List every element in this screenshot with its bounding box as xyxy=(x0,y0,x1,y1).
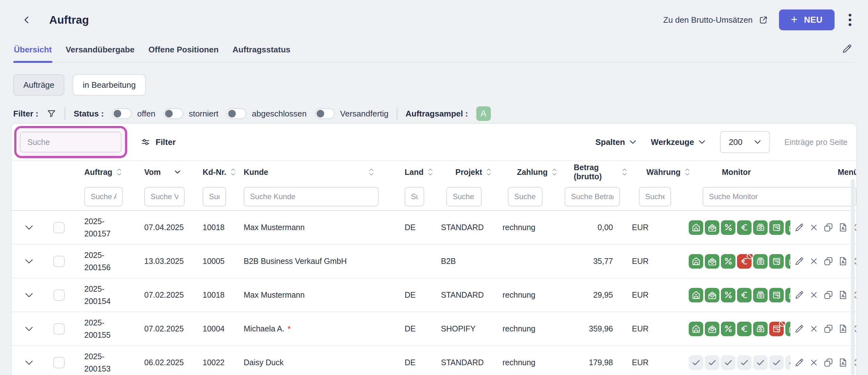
euro-monitor-icon[interactable] xyxy=(737,322,751,336)
pdf-icon[interactable] xyxy=(838,256,848,267)
col-header-kunde[interactable]: Kunde xyxy=(237,167,389,177)
edit-icon[interactable] xyxy=(794,256,805,267)
box-monitor-icon[interactable] xyxy=(769,322,784,336)
auftragsampel-badge[interactable]: A xyxy=(476,106,491,121)
mail-monitor-icon[interactable] xyxy=(705,220,719,235)
row-checkbox[interactable] xyxy=(53,222,65,233)
cancel-icon[interactable] xyxy=(809,323,819,334)
col-header-projekt[interactable]: Projekt xyxy=(433,167,500,177)
check-monitor-icon[interactable] xyxy=(737,355,751,370)
edit-icon[interactable] xyxy=(794,323,805,334)
duplicate-icon[interactable] xyxy=(823,357,834,368)
filter-auftrag-input[interactable] xyxy=(84,187,123,207)
row-expand-chevron-icon[interactable] xyxy=(25,326,33,332)
row-checkbox[interactable] xyxy=(53,357,65,368)
box-monitor-icon[interactable] xyxy=(769,288,784,303)
mail-monitor-icon[interactable] xyxy=(705,254,719,269)
house-monitor-icon[interactable] xyxy=(785,254,790,269)
check-monitor-icon[interactable] xyxy=(721,355,736,370)
percent-monitor-icon[interactable] xyxy=(721,288,736,303)
house-monitor-icon[interactable] xyxy=(785,288,790,303)
check-monitor-icon[interactable] xyxy=(705,355,719,370)
duplicate-icon[interactable] xyxy=(823,256,834,267)
check-monitor-icon[interactable] xyxy=(769,355,784,370)
house-monitor-icon[interactable] xyxy=(689,254,703,269)
cash-monitor-icon[interactable] xyxy=(753,288,768,303)
tab-uebersicht[interactable]: Übersicht xyxy=(13,43,52,62)
row-expand-chevron-icon[interactable] xyxy=(25,225,33,230)
col-header-waehrung[interactable]: Währung xyxy=(627,167,690,177)
mail-monitor-icon[interactable] xyxy=(705,288,719,303)
check-monitor-icon[interactable] xyxy=(785,355,790,370)
tab-offene-positionen[interactable]: Offene Positionen xyxy=(148,43,219,62)
sort-icon[interactable] xyxy=(368,167,374,177)
edit-icon[interactable] xyxy=(794,290,805,300)
pdf-icon[interactable] xyxy=(838,290,848,300)
sort-icon[interactable] xyxy=(116,167,122,177)
percent-monitor-icon[interactable] xyxy=(721,220,736,235)
row-checkbox[interactable] xyxy=(53,289,65,301)
cancel-icon[interactable] xyxy=(809,290,819,300)
cancel-icon[interactable] xyxy=(809,256,819,267)
toggle-offen[interactable] xyxy=(112,108,132,119)
percent-monitor-icon[interactable] xyxy=(721,322,736,336)
col-header-kdnr[interactable]: Kd-Nr. xyxy=(196,167,237,177)
cancel-icon[interactable] xyxy=(809,222,819,232)
col-header-betrag[interactable]: Betrag (brutto) xyxy=(563,163,627,181)
toggle-versandfertig[interactable] xyxy=(315,108,335,119)
percent-monitor-icon[interactable] xyxy=(721,254,736,269)
row-checkbox[interactable] xyxy=(53,323,65,335)
col-header-vom[interactable]: Vom xyxy=(135,167,196,177)
sort-icon[interactable] xyxy=(621,167,627,177)
house-monitor-icon[interactable] xyxy=(689,288,703,303)
sort-icon[interactable] xyxy=(684,167,690,177)
filter-kdnr-input[interactable] xyxy=(203,187,226,207)
chip-auftraege[interactable]: Aufträge xyxy=(13,74,64,96)
chip-in-bearbeitung[interactable]: in Bearbeitung xyxy=(72,74,146,96)
cash-monitor-icon[interactable] xyxy=(753,220,768,235)
filter-monitor-input[interactable] xyxy=(703,187,856,207)
filter-kunde-input[interactable] xyxy=(244,187,379,207)
sort-desc-icon[interactable] xyxy=(174,170,181,175)
mail-monitor-icon[interactable] xyxy=(705,322,719,336)
werkzeuge-dropdown[interactable]: Werkzeuge xyxy=(651,137,706,147)
spalten-dropdown[interactable]: Spalten xyxy=(595,137,636,147)
cash-monitor-icon[interactable] xyxy=(753,322,768,336)
sort-icon[interactable] xyxy=(427,167,433,177)
toggle-abgeschlossen[interactable] xyxy=(227,108,246,119)
cash-monitor-icon[interactable] xyxy=(753,254,768,269)
filter-projekt-input[interactable] xyxy=(446,187,482,207)
col-header-land[interactable]: Land xyxy=(389,167,433,177)
row-checkbox[interactable] xyxy=(53,256,65,267)
row-expand-chevron-icon[interactable] xyxy=(25,292,33,298)
sort-icon[interactable] xyxy=(551,167,557,177)
cancel-icon[interactable] xyxy=(809,357,819,368)
col-header-auftrag[interactable]: Auftrag xyxy=(73,167,135,177)
vertical-scrollbar[interactable] xyxy=(851,179,855,375)
row-expand-chevron-icon[interactable] xyxy=(25,360,33,365)
edit-icon[interactable] xyxy=(794,357,805,368)
pdf-icon[interactable] xyxy=(838,357,848,368)
filter-vom-input[interactable] xyxy=(144,187,185,207)
filter-betrag-input[interactable] xyxy=(565,187,620,207)
brutto-umsaetze-link[interactable]: Zu den Brutto-Umsätzen xyxy=(663,15,768,25)
edit-pencil-icon[interactable] xyxy=(841,43,853,54)
box-monitor-icon[interactable] xyxy=(769,220,784,235)
search-input[interactable] xyxy=(20,132,122,153)
back-button[interactable] xyxy=(20,13,33,27)
neu-button[interactable]: + NEU xyxy=(779,9,835,30)
duplicate-icon[interactable] xyxy=(823,290,834,300)
sort-icon[interactable] xyxy=(486,167,492,177)
filter-land-input[interactable] xyxy=(405,187,424,207)
tab-auftragsstatus[interactable]: Auftragsstatus xyxy=(232,43,291,62)
kebab-menu-icon[interactable] xyxy=(845,12,855,28)
sort-icon[interactable] xyxy=(230,167,236,177)
tab-versanduebergabe[interactable]: Versandübergabe xyxy=(65,43,135,62)
house-monitor-icon[interactable] xyxy=(785,322,790,336)
row-expand-chevron-icon[interactable] xyxy=(25,259,33,264)
page-size-select[interactable]: 200 xyxy=(720,131,770,153)
col-header-zahlung[interactable]: Zahlung xyxy=(500,167,563,177)
euro-monitor-icon[interactable] xyxy=(737,254,751,269)
duplicate-icon[interactable] xyxy=(823,222,834,232)
euro-monitor-icon[interactable] xyxy=(737,288,751,303)
